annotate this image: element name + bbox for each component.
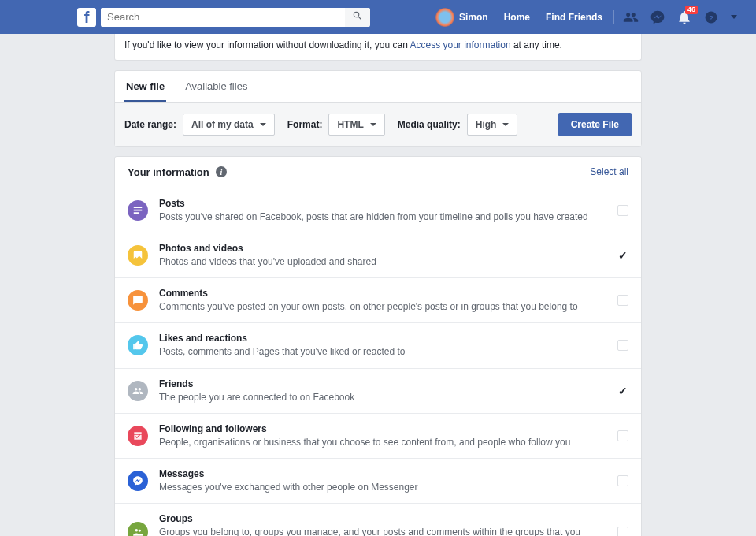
nav-find-friends[interactable]: Find Friends	[538, 6, 610, 28]
friend-requests-icon[interactable]	[622, 9, 639, 26]
category-row-likes[interactable]: Likes and reactions Posts, comments and …	[115, 322, 641, 367]
comments-icon	[128, 290, 148, 311]
friends-icon	[128, 381, 148, 401]
filters-row: Date range: All of my data Format: HTML …	[115, 103, 641, 146]
avatar	[435, 8, 454, 27]
top-nav-bar: f Simon Home Find Friends 46	[0, 0, 756, 34]
chevron-down-icon	[370, 123, 376, 126]
row-checkbox[interactable]	[617, 527, 628, 536]
search-input[interactable]	[101, 8, 345, 27]
media-quality-label: Media quality:	[398, 119, 461, 130]
chevron-down-icon	[502, 123, 509, 126]
tabs: New file Available files	[115, 71, 641, 103]
notification-badge: 46	[685, 6, 698, 14]
messenger-icon[interactable]	[649, 9, 666, 26]
row-checkbox[interactable]	[617, 205, 628, 216]
access-info-link[interactable]: Access your information	[410, 39, 511, 50]
row-checkbox[interactable]	[617, 385, 628, 396]
list-header: Your information i Select all	[115, 157, 641, 188]
messages-icon	[128, 471, 148, 491]
photos-icon	[128, 245, 148, 266]
row-title: Friends	[159, 378, 608, 389]
category-row-following[interactable]: Following and followers People, organisa…	[115, 413, 641, 458]
row-desc: Messages you've exchanged with other peo…	[159, 481, 608, 493]
row-desc: Posts you've shared on Facebook, posts t…	[159, 210, 608, 223]
posts-icon	[128, 200, 148, 221]
category-row-messages[interactable]: Messages Messages you've exchanged with …	[115, 458, 641, 503]
row-desc: Groups you belong to, groups you manage,…	[159, 526, 608, 536]
notifications-icon[interactable]: 46	[676, 9, 693, 26]
category-row-comments[interactable]: Comments Comments you've posted on your …	[115, 277, 641, 322]
category-row-groups[interactable]: Groups Groups you belong to, groups you …	[115, 503, 641, 536]
row-title: Messages	[159, 468, 608, 479]
intro-prefix: If you'd like to view your information w…	[124, 39, 410, 50]
format-dropdown[interactable]: HTML	[328, 114, 384, 136]
date-range-value: All of my data	[191, 119, 254, 130]
create-file-button[interactable]: Create File	[558, 113, 632, 136]
download-config-panel: New file Available files Date range: All…	[114, 70, 642, 147]
list-title: Your information	[128, 166, 209, 178]
row-checkbox[interactable]	[617, 340, 628, 351]
row-desc: Photos and videos that you've uploaded a…	[159, 255, 608, 268]
date-range-dropdown[interactable]: All of my data	[183, 114, 275, 136]
profile-link[interactable]: Simon	[428, 6, 496, 28]
row-checkbox[interactable]	[617, 295, 628, 306]
information-categories-panel: Your information i Select all Posts Post…	[114, 156, 642, 536]
row-desc: Posts, comments and Pages that you've li…	[159, 345, 608, 358]
row-checkbox[interactable]	[617, 250, 628, 261]
row-title: Posts	[159, 198, 608, 209]
groups-icon	[128, 522, 148, 536]
format-value: HTML	[337, 119, 363, 130]
likes-icon	[128, 335, 148, 355]
category-row-friends[interactable]: Friends The people you are connected to …	[115, 368, 641, 413]
search-box	[101, 8, 370, 27]
row-desc: The people you are connected to on Faceb…	[159, 391, 608, 404]
row-title: Likes and reactions	[159, 333, 608, 344]
category-row-photos[interactable]: Photos and videos Photos and videos that…	[115, 233, 641, 277]
row-title: Groups	[159, 513, 608, 524]
account-menu-caret-icon[interactable]	[731, 15, 737, 19]
nav-divider	[613, 10, 614, 24]
row-checkbox[interactable]	[617, 430, 628, 441]
intro-panel: If you'd like to view your information w…	[114, 34, 642, 61]
svg-point-3	[139, 530, 141, 532]
format-label: Format:	[287, 119, 323, 130]
row-desc: Comments you've posted on your own posts…	[159, 300, 608, 313]
user-name-label: Simon	[459, 12, 488, 23]
row-desc: People, organisations or business that y…	[159, 436, 608, 449]
category-row-posts[interactable]: Posts Posts you've shared on Facebook, p…	[115, 188, 641, 233]
intro-suffix: at any time.	[511, 39, 562, 50]
facebook-logo[interactable]: f	[77, 8, 96, 27]
info-icon[interactable]: i	[216, 166, 227, 177]
chevron-down-icon	[260, 123, 266, 126]
svg-text:?: ?	[709, 13, 713, 21]
media-quality-value: High	[476, 119, 497, 130]
search-icon	[352, 10, 363, 24]
search-button[interactable]	[345, 8, 370, 27]
tab-new-file[interactable]: New file	[124, 71, 166, 102]
row-title: Following and followers	[159, 423, 608, 434]
date-range-label: Date range:	[124, 119, 176, 130]
row-title: Photos and videos	[159, 243, 608, 254]
nav-home[interactable]: Home	[496, 6, 538, 28]
row-title: Comments	[159, 288, 608, 299]
help-icon[interactable]: ?	[702, 9, 720, 26]
row-checkbox[interactable]	[617, 475, 628, 486]
following-icon	[128, 426, 148, 446]
select-all-link[interactable]: Select all	[590, 166, 628, 177]
svg-point-2	[135, 529, 139, 532]
intro-text: If you'd like to view your information w…	[124, 39, 562, 50]
media-quality-dropdown[interactable]: High	[467, 114, 518, 136]
tab-available-files[interactable]: Available files	[183, 71, 249, 102]
